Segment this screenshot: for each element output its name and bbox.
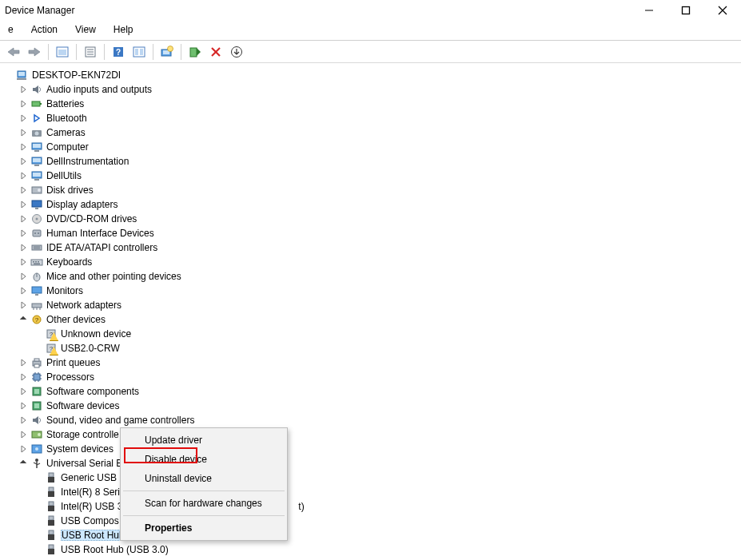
expander-collapsed-icon[interactable] [18, 415, 29, 426]
other-icon: ? [30, 313, 43, 326]
tree-category-label: Human Interface Devices [46, 228, 154, 239]
toolbar-scan-button[interactable] [158, 43, 176, 61]
expander-collapsed-icon[interactable] [18, 357, 29, 368]
expander-collapsed-icon[interactable] [18, 371, 29, 383]
expander-collapsed-icon[interactable] [18, 170, 29, 181]
expander-expanded-icon[interactable] [18, 458, 29, 469]
tree-category[interactable]: Mice and other pointing devices [3, 269, 738, 284]
tree-device[interactable]: USB Compos [3, 514, 738, 528]
expander-collapsed-icon[interactable] [18, 386, 29, 397]
menu-view[interactable]: View [72, 22, 99, 37]
expander-collapsed-icon[interactable] [18, 228, 29, 239]
tree-category[interactable]: Bluetooth [3, 111, 738, 125]
tree-device[interactable]: ?USB2.0-CRW [3, 341, 738, 355]
tree-category[interactable]: Software devices [3, 399, 738, 413]
toolbar-enable-button[interactable] [186, 43, 204, 61]
minimize-button[interactable] [631, 0, 667, 21]
toolbar-help-button[interactable]: ? [110, 43, 127, 61]
tree-category[interactable]: Batteries [3, 97, 738, 111]
svg-rect-84 [34, 403, 39, 408]
toolbar-view-options-button[interactable] [130, 43, 148, 61]
tree-category[interactable]: ?Other devices [3, 312, 738, 327]
unknown-icon: ? [45, 328, 58, 340]
toolbar-properties-button[interactable] [82, 43, 99, 61]
expander-collapsed-icon[interactable] [18, 285, 29, 296]
expander-collapsed-icon[interactable] [18, 429, 29, 440]
toolbar-uninstall-button[interactable] [207, 43, 225, 61]
tree-category[interactable]: Storage controlle [3, 427, 738, 442]
tree-category[interactable]: Monitors [3, 284, 738, 298]
expander-collapsed-icon[interactable] [18, 199, 29, 210]
context-menu-properties[interactable]: Properties [122, 518, 285, 538]
menu-file[interactable]: e [5, 22, 17, 37]
tree-category-label: System devices [46, 443, 114, 455]
tree-root[interactable]: DESKTOP-EKN72DI [3, 68, 738, 82]
tree-device[interactable]: Intel(R) 8 Seri [3, 485, 738, 499]
tree-category[interactable]: Disk drives [3, 183, 738, 197]
toolbar-forward-button[interactable] [26, 43, 43, 61]
tree-category[interactable]: Human Interface Devices [3, 226, 738, 240]
disk-icon [30, 184, 43, 197]
expander-collapsed-icon[interactable] [18, 98, 29, 109]
tree-category[interactable]: Universal Serial B [3, 456, 738, 471]
toolbar-show-hidden-button[interactable] [54, 43, 71, 61]
svg-rect-14 [140, 49, 143, 55]
tree-category[interactable]: Software components [3, 384, 738, 399]
tree-device-label: Intel(R) USB 3 [61, 501, 122, 512]
context-menu-disable-device[interactable]: Disable device [122, 450, 285, 469]
context-menu-uninstall-device[interactable]: Uninstall device [122, 469, 285, 488]
tree-category[interactable]: Keyboards [3, 255, 738, 269]
expander-collapsed-icon[interactable] [18, 84, 29, 95]
toolbar-separator [104, 44, 105, 60]
menu-help[interactable]: Help [110, 22, 137, 37]
device-tree[interactable]: DESKTOP-EKN72DIAudio inputs and outputsB… [0, 63, 741, 560]
tree-category[interactable]: DVD/CD-ROM drives [3, 212, 738, 226]
toolbar-update-button[interactable] [228, 43, 245, 61]
tree-category[interactable]: Display adapters [3, 197, 738, 212]
tree-device[interactable]: USB Root Hub [3, 528, 738, 542]
context-menu-scan-hardware[interactable]: Scan for hardware changes [122, 494, 285, 513]
svg-rect-44 [33, 230, 41, 236]
expander-collapsed-icon[interactable] [18, 185, 29, 196]
context-menu-update-driver[interactable]: Update driver [122, 431, 285, 450]
toolbar-back-button[interactable] [5, 43, 22, 61]
tree-category[interactable]: Audio inputs and outputs [3, 82, 738, 97]
tree-category[interactable]: System devices [3, 442, 738, 456]
svg-rect-23 [18, 72, 25, 76]
expander-collapsed-icon[interactable] [18, 443, 29, 455]
expander-collapsed-icon[interactable] [18, 242, 29, 253]
expander-collapsed-icon[interactable] [18, 400, 29, 411]
svg-rect-57 [32, 287, 42, 293]
expander-expanded-icon[interactable] [18, 314, 29, 325]
close-button[interactable] [704, 0, 741, 21]
tree-category[interactable]: IDE ATA/ATAPI controllers [3, 240, 738, 255]
tree-category[interactable]: Print queues [3, 355, 738, 370]
tree-category-label: Other devices [46, 314, 106, 325]
expander-collapsed-icon[interactable] [18, 213, 29, 224]
usbdev-icon [45, 471, 58, 484]
expander-collapsed-icon[interactable] [18, 256, 29, 268]
tree-device[interactable]: USB Root Hub (USB 3.0) [3, 542, 738, 557]
svg-rect-100 [48, 520, 54, 526]
tree-device[interactable]: Generic USB [3, 471, 738, 485]
toolbar: ? [0, 41, 741, 63]
expander-collapsed-icon[interactable] [18, 127, 29, 138]
optical-icon [30, 212, 43, 225]
expander-collapsed-icon[interactable] [18, 141, 29, 153]
tree-device[interactable]: Intel(R) USB 3t) [3, 499, 738, 514]
expander-collapsed-icon[interactable] [18, 113, 29, 124]
tree-device[interactable]: ?Unknown device [3, 327, 738, 341]
tree-category-label: Keyboards [46, 256, 92, 268]
tree-category[interactable]: DellInstrumentation [3, 154, 738, 169]
tree-category[interactable]: Sound, video and game controllers [3, 413, 738, 427]
tree-category[interactable]: DellUtils [3, 169, 738, 183]
tree-category[interactable]: Computer [3, 140, 738, 154]
expander-collapsed-icon[interactable] [18, 156, 29, 167]
tree-category[interactable]: Cameras [3, 125, 738, 140]
maximize-button[interactable] [667, 0, 704, 21]
tree-category[interactable]: Network adapters [3, 298, 738, 312]
menu-action[interactable]: Action [28, 22, 61, 37]
expander-collapsed-icon[interactable] [18, 300, 29, 311]
tree-category[interactable]: Processors [3, 370, 738, 384]
expander-collapsed-icon[interactable] [18, 271, 29, 282]
